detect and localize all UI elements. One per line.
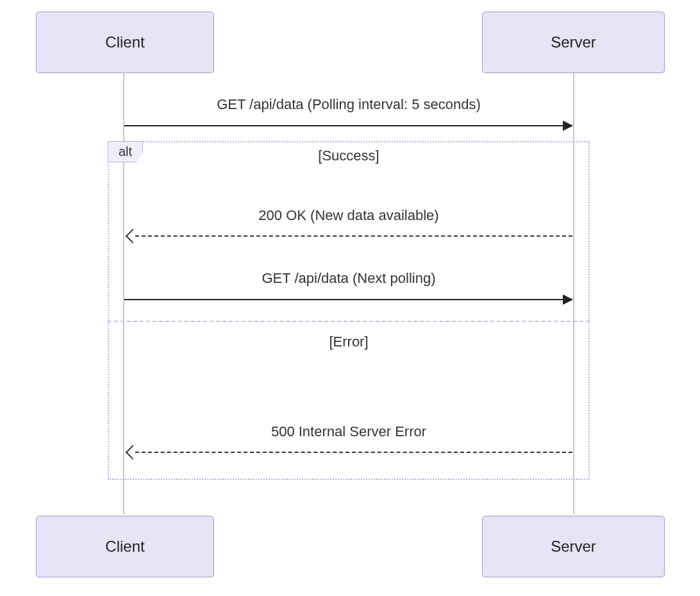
participant-client-top: Client xyxy=(36,12,214,73)
participant-server-top-label: Server xyxy=(551,33,596,51)
participant-client-bottom-label: Client xyxy=(105,538,144,556)
message-3-arrowhead xyxy=(563,294,573,305)
alt-divider xyxy=(108,321,590,322)
alt-condition-error: [Error] xyxy=(118,334,579,350)
participant-client-top-label: Client xyxy=(105,33,144,51)
participant-server-bottom-label: Server xyxy=(551,538,596,556)
message-3-arrow xyxy=(124,299,563,300)
message-3-label: GET /api/data (Next polling) xyxy=(118,270,579,287)
message-4-label: 500 Internal Server Error xyxy=(118,423,579,440)
participant-server-bottom: Server xyxy=(482,516,665,577)
participant-server-top: Server xyxy=(482,12,665,73)
alt-condition-success: [Success] xyxy=(118,148,579,164)
message-1-arrowhead xyxy=(563,121,573,131)
message-4-arrow xyxy=(135,452,572,453)
participant-client-bottom: Client xyxy=(36,516,214,577)
message-2-arrow xyxy=(135,235,572,237)
message-1-arrow xyxy=(124,125,563,126)
message-2-label: 200 OK (New data available) xyxy=(118,207,579,224)
message-1-label: GET /api/data (Polling interval: 5 secon… xyxy=(118,96,579,113)
